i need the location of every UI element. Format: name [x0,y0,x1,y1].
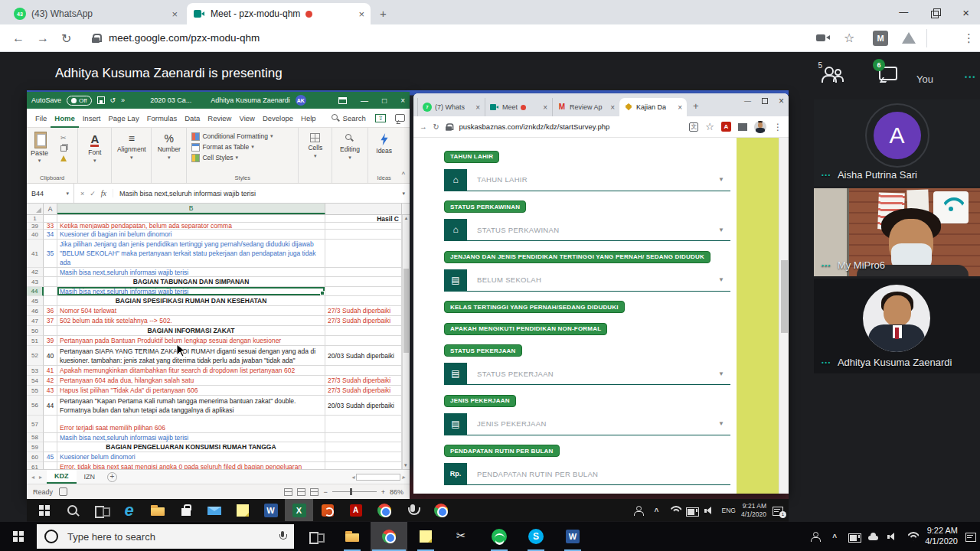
page-break-view-icon[interactable] [310,488,318,496]
clock[interactable]: 9:21 AM4/1/2020 [741,502,766,518]
menu-item[interactable]: Review [204,110,235,126]
edge-icon[interactable]: e [115,499,143,521]
skype-icon[interactable]: S [518,522,554,551]
ideas-button[interactable]: Ideas [368,128,400,155]
new-tab-button[interactable]: + [380,7,387,20]
forward-icon[interactable]: → [37,31,49,45]
normal-view-icon[interactable] [284,488,292,496]
sheet-prev-icon[interactable]: ◂ [31,474,34,481]
enter-icon[interactable]: ✓ [90,190,96,197]
speaker-icon[interactable] [887,530,899,543]
wifi-icon[interactable] [906,530,918,543]
spreadsheet-grid[interactable]: 1 Hasil C 39 33 Ketika menjawab pendapat… [27,215,410,469]
word-icon[interactable]: W [554,522,591,551]
sticky-notes-icon[interactable] [407,522,444,551]
table-row[interactable]: 59 BAGIAN PENGELUARAN KONSUMSI RUMAH TAN… [27,442,410,452]
file-explorer-icon[interactable] [334,522,371,551]
menu-item[interactable]: Insert [79,110,105,126]
close-icon[interactable]: × [400,96,405,105]
browser-menu-icon[interactable]: ⋮ [963,31,975,45]
start-icon[interactable] [30,499,58,521]
row-number[interactable]: 55 [27,386,44,396]
inner-browser-tab[interactable]: Review Ap × [552,98,619,116]
row-number[interactable]: 58 [27,433,44,442]
form-field[interactable]: STATUS PERKAWINAN ▼ [444,219,730,241]
table-row[interactable]: 56 44 Pertanyaan "Kapan Pertama Kali rum… [27,396,410,416]
table-row[interactable]: 57 Error terjadi saat memilih pilihan 60… [27,416,410,433]
form-field[interactable]: Rp. PENDAPATAN RUTIN PER BULAN [444,463,730,485]
bookmark-star-icon[interactable]: ☆ [844,31,854,45]
file-explorer-icon[interactable] [143,499,172,521]
battery-icon[interactable] [848,530,861,543]
comments-icon[interactable] [395,114,405,122]
row-number[interactable]: 59 [27,442,44,452]
vertical-scrollbar[interactable]: ▴▾ [402,215,410,469]
add-sheet-button[interactable]: + [107,472,117,482]
formula-text[interactable]: Masih bisa next,seluruh informasi wajib … [113,190,256,197]
row-number[interactable]: 47 [27,316,44,326]
menu-item[interactable]: Data [181,110,204,126]
font-group-button[interactable]: AFont▾ [78,128,111,164]
row-number[interactable]: 40 [27,230,44,240]
reload-icon[interactable]: ↻ [61,31,71,46]
people-tray-icon[interactable] [810,530,822,543]
table-row[interactable]: 60 45 Kuesioner belum dinomori [27,452,410,462]
more-options-icon[interactable]: ••• [965,73,976,81]
snipping-tool-icon[interactable] [444,522,481,551]
page-scrollbar[interactable] [779,138,789,494]
store-icon[interactable] [172,499,200,521]
mail-icon[interactable] [200,499,228,521]
format-painter-icon[interactable] [60,155,67,161]
row-number[interactable]: 56 [27,396,44,416]
chrome-icon[interactable] [426,499,455,521]
sheet-tab[interactable]: KDZ [47,470,77,484]
table-row[interactable]: 52 40 Pertanyaan SIAPA YANG TERIMA ZAKAT… [27,346,410,366]
ribbon-display-icon[interactable] [338,97,347,104]
speaker-icon[interactable] [704,504,716,517]
table-row[interactable]: 1 Hasil C [27,215,410,223]
form-field[interactable]: TAHUN LAHIR ▼ [444,169,730,191]
taskbar-search[interactable]: Type here to search [37,524,294,549]
cut-icon[interactable]: ✂ [60,134,67,142]
row-number[interactable]: 42 [27,268,44,277]
row-number[interactable]: 44 [27,287,44,296]
format-as-table-button[interactable]: Format as Table▾ [187,142,298,152]
action-center-icon[interactable]: 1 [772,504,784,517]
onedrive-icon[interactable] [867,530,880,543]
form-field[interactable]: BELUM SEKOLAH ▼ [444,269,730,292]
menu-item[interactable]: Home [51,110,78,128]
drive-extension-icon[interactable] [902,32,916,44]
fx-icon[interactable]: fx [101,189,106,197]
select-all-corner[interactable] [27,204,44,214]
browser-menu-icon[interactable]: ⋮ [773,122,782,132]
name-box[interactable]: B44▾ [27,184,74,203]
row-number[interactable]: 54 [27,376,44,386]
sheet-next-icon[interactable]: ▸ [39,474,42,481]
row-number[interactable]: 1 [27,215,44,223]
office-icon[interactable] [313,499,341,521]
url-bar[interactable]: meet.google.com/pzx-modu-qhm [109,32,260,44]
close-icon[interactable]: × [779,96,784,106]
participant-tile[interactable]: •••Adhitya Kusuma Zaenardi [814,279,980,373]
table-row[interactable]: 46 36 Nomor 504 terlewat 27/3 Sudah dipe… [27,306,410,316]
table-row[interactable]: 55 43 Hapus list pilihan "Tidak Ada" di … [27,386,410,396]
row-number[interactable]: 43 [27,277,44,287]
close-tab-icon[interactable]: × [475,103,480,112]
tab-whatsapp[interactable]: 43 (43) WhatsApp × [8,3,184,24]
table-row[interactable]: 45 BAGIAN SPESIFIKASI RUMAH DAN KESEHATA… [27,296,410,306]
alignment-group-button[interactable]: ≡Alignment▾ [112,128,151,161]
row-number[interactable]: 41 [27,240,44,268]
search-box[interactable]: Search [331,113,366,122]
action-center-icon[interactable] [965,530,977,543]
translate-icon[interactable]: 文 [689,122,698,132]
clock[interactable]: 9:22 AM4/1/2020 [925,526,958,547]
zoom-out-icon[interactable]: − [323,488,327,496]
forward-icon[interactable]: → [420,122,427,131]
bookmark-star-icon[interactable]: ☆ [705,121,714,132]
share-icon[interactable]: ⇧ [375,114,386,122]
row-number[interactable]: 45 [27,296,44,306]
row-number[interactable]: 52 [27,346,44,366]
page-layout-view-icon[interactable] [297,488,305,496]
conditional-formatting-button[interactable]: Conditional Formatting▾ [187,131,298,142]
copy-icon[interactable] [60,145,67,152]
